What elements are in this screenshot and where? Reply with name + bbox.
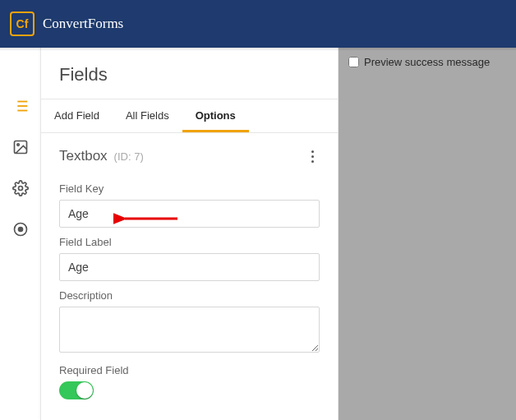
brand-logo: Cf (10, 12, 35, 36)
topbar: Cf ConvertForms (0, 0, 516, 48)
tab-options[interactable]: Options (182, 99, 249, 132)
svg-point-8 (18, 187, 22, 191)
fields-icon[interactable] (12, 97, 30, 115)
required-toggle[interactable] (59, 381, 94, 399)
tab-add-field[interactable]: Add Field (41, 99, 113, 132)
tab-all-fields[interactable]: All Fields (113, 99, 182, 132)
preview-success-checkbox[interactable] (348, 57, 359, 67)
description-textarea[interactable] (59, 307, 320, 353)
preview-pane: Preview success message (339, 48, 516, 420)
field-label-label: Field Label (59, 236, 320, 248)
description-label: Description (59, 289, 320, 302)
target-icon[interactable] (12, 220, 30, 238)
field-type-label: Textbox (59, 148, 108, 164)
required-field-label: Required Field (59, 364, 320, 376)
fields-panel: Fields Add Field All Fields Options Text… (40, 48, 339, 420)
svg-point-7 (16, 144, 18, 146)
svg-point-10 (18, 228, 22, 232)
field-key-label: Field Key (59, 182, 320, 195)
field-tabs: Add Field All Fields Options (41, 99, 338, 133)
preview-success-label: Preview success message (364, 56, 490, 68)
gear-icon[interactable] (12, 179, 30, 197)
brand-name: ConvertForms (43, 16, 123, 32)
field-key-input[interactable] (59, 200, 320, 228)
preview-success-checkbox-container[interactable]: Preview success message (348, 56, 506, 68)
field-label-input[interactable] (59, 253, 320, 281)
panel-title: Fields (41, 48, 338, 99)
kebab-menu-icon[interactable] (305, 149, 320, 164)
image-icon[interactable] (12, 138, 30, 156)
side-rail (0, 48, 40, 420)
field-id-label: (ID: 7) (114, 150, 144, 163)
